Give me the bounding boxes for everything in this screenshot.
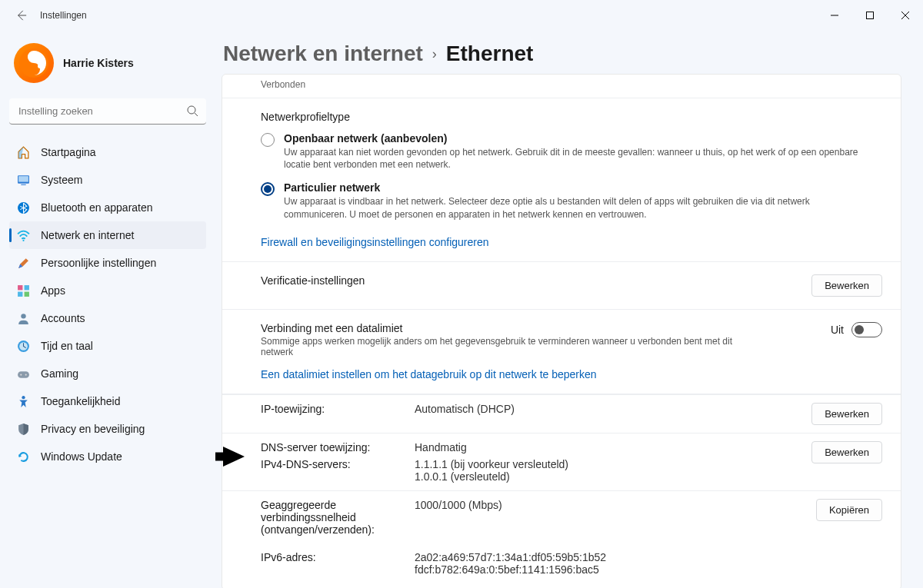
access-icon	[17, 395, 30, 408]
ipv6-addr-value-2: fdcf:b782:649a:0:5bef:1141:1596:bac5	[415, 563, 882, 576]
connection-status: Verbonden	[222, 75, 901, 98]
svg-rect-11	[25, 285, 29, 290]
search-input[interactable]	[9, 98, 206, 125]
profile-name: Harrie Kisters	[63, 57, 134, 69]
ipv4-dns-label: IPv4-DNS-servers:	[261, 458, 415, 470]
breadcrumb: Netwerk en internet › Ethernet	[223, 42, 901, 66]
copy-button[interactable]: Kopiëren	[816, 499, 882, 521]
avatar	[14, 43, 54, 83]
annotation-arrow	[215, 446, 248, 467]
sidebar-item-label: Systeem	[41, 174, 82, 186]
wifi-icon	[17, 229, 30, 242]
dns-edit-button[interactable]: Bewerken	[811, 441, 882, 463]
sidebar-item-bluetooth[interactable]: Bluetooth en apparaten	[9, 194, 206, 221]
radio-private-network[interactable]	[261, 182, 275, 196]
metered-title: Verbinding met een datalimiet	[261, 322, 818, 334]
apps-icon	[17, 284, 30, 297]
metered-desc: Sommige apps werken mogelijk anders om h…	[261, 336, 761, 357]
maximize-button[interactable]	[852, 0, 888, 31]
sidebar-item-label: Gaming	[41, 367, 78, 380]
dns-assign-label: DNS-server toewijzing:	[261, 441, 415, 453]
agg-speed-value: 1000/1000 (Mbps)	[415, 499, 816, 511]
sidebar-item-label: Apps	[41, 284, 65, 297]
system-icon	[17, 174, 30, 187]
verification-title: Verificatie-instellingen	[261, 274, 799, 287]
ipv4-dns-value-1: 1.1.1.1 (bij voorkeur versleuteld)	[415, 458, 811, 470]
svg-rect-13	[25, 291, 29, 296]
back-button[interactable]	[11, 5, 32, 26]
gaming-icon	[17, 367, 30, 380]
svg-point-20	[22, 396, 25, 399]
ipv6-addr-label: IPv6-adres:	[261, 551, 415, 563]
ip-assign-label: IP-toewijzing:	[261, 403, 415, 415]
sidebar-item-system[interactable]: Systeem	[9, 166, 206, 194]
account-icon	[17, 312, 30, 325]
network-profile-title: Netwerkprofieltype	[261, 111, 882, 123]
sidebar-item-label: Netwerk en internet	[41, 229, 134, 241]
breadcrumb-current: Ethernet	[446, 42, 534, 66]
search-box[interactable]	[9, 98, 206, 125]
sidebar-item-label: Privacy en beveiliging	[41, 423, 145, 435]
ipv4-dns-value-2: 1.0.0.1 (versleuteld)	[415, 470, 811, 483]
sidebar-item-privacy[interactable]: Privacy en beveiliging	[9, 415, 206, 443]
private-network-desc: Uw apparaat is vindbaar in het netwerk. …	[284, 195, 868, 220]
sidebar-item-account[interactable]: Accounts	[9, 304, 206, 332]
sidebar-item-home[interactable]: Startpagina	[9, 138, 206, 166]
sidebar-item-apps[interactable]: Apps	[9, 277, 206, 304]
svg-rect-10	[18, 285, 22, 290]
time-icon	[17, 340, 30, 353]
sidebar-item-time[interactable]: Tijd en taal	[9, 332, 206, 360]
sidebar-item-access[interactable]: Toegankelijkheid	[9, 387, 206, 415]
metered-toggle[interactable]	[851, 322, 882, 337]
breadcrumb-parent[interactable]: Netwerk en internet	[223, 42, 423, 66]
svg-rect-17	[18, 371, 29, 378]
private-network-label: Particulier netwerk	[284, 181, 868, 194]
svg-point-2	[28, 55, 32, 59]
svg-rect-7	[21, 184, 25, 184]
update-icon	[17, 450, 30, 463]
svg-point-19	[25, 374, 27, 375]
ipv6-addr-value-1: 2a02:a469:57d7:1:34a1:df05:59b5:1b52	[415, 551, 882, 563]
sidebar-item-gaming[interactable]: Gaming	[9, 360, 206, 387]
sidebar-item-brush[interactable]: Persoonlijke instellingen	[9, 249, 206, 277]
close-button[interactable]	[888, 0, 923, 31]
ip-edit-button[interactable]: Bewerken	[811, 403, 882, 425]
sidebar-item-label: Bluetooth en apparaten	[41, 201, 153, 214]
svg-point-18	[20, 374, 22, 375]
svg-rect-6	[18, 176, 28, 181]
home-icon	[17, 146, 30, 159]
svg-point-4	[188, 106, 195, 114]
sidebar-item-wifi[interactable]: Netwerk en internet	[9, 221, 206, 249]
minimize-button[interactable]	[817, 0, 852, 31]
sidebar-item-label: Persoonlijke instellingen	[41, 257, 156, 269]
metered-toggle-label: Uit	[831, 324, 844, 336]
firewall-link[interactable]: Firewall en beveiligingsinstellingen con…	[261, 236, 489, 248]
chevron-right-icon: ›	[432, 46, 437, 62]
public-network-label: Openbaar netwerk (aanbevolen)	[284, 132, 868, 145]
data-limit-link[interactable]: Een datalimiet instellen om het datagebr…	[261, 368, 597, 380]
svg-rect-12	[18, 291, 22, 296]
svg-point-9	[22, 239, 24, 241]
agg-speed-label: Geaggregeerde verbindingssnelheid (ontva…	[261, 499, 415, 536]
svg-point-14	[21, 314, 25, 318]
privacy-icon	[17, 423, 30, 436]
sidebar-item-label: Tijd en taal	[41, 340, 93, 352]
bluetooth-icon	[17, 201, 30, 214]
ip-assign-value: Automatisch (DHCP)	[415, 403, 811, 415]
brush-icon	[17, 257, 30, 270]
search-icon	[186, 105, 198, 120]
public-network-desc: Uw apparaat kan niet worden gevonden op …	[284, 146, 868, 171]
radio-public-network[interactable]	[261, 133, 275, 147]
verification-edit-button[interactable]: Bewerken	[811, 274, 882, 297]
profile-header[interactable]: Harrie Kisters	[9, 37, 206, 95]
sidebar-item-label: Startpagina	[41, 146, 96, 158]
sidebar-item-label: Windows Update	[41, 450, 122, 463]
svg-point-3	[38, 64, 42, 68]
dns-assign-value: Handmatig	[415, 441, 811, 453]
sidebar-item-label: Accounts	[41, 312, 85, 324]
window-title: Instellingen	[40, 10, 87, 21]
svg-rect-0	[867, 12, 874, 19]
sidebar-item-label: Toegankelijkheid	[41, 395, 121, 407]
sidebar-item-update[interactable]: Windows Update	[9, 443, 206, 470]
